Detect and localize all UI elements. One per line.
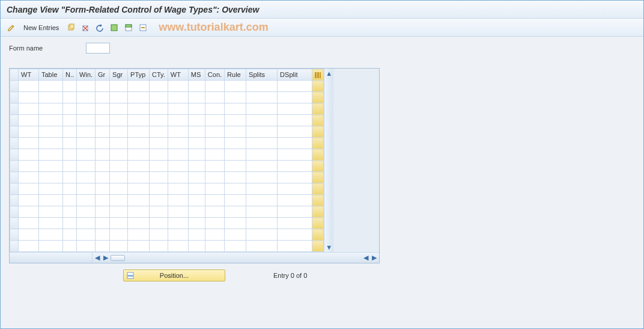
table-row[interactable]	[10, 115, 324, 126]
table-row[interactable]	[10, 103, 324, 115]
col-dsplit[interactable]: DSplit	[278, 69, 312, 81]
cell[interactable]	[110, 183, 128, 195]
cell[interactable]	[205, 149, 224, 161]
row-selector[interactable]	[10, 241, 19, 252]
cell[interactable]	[225, 126, 246, 138]
scroll-down-icon[interactable]: ▼	[326, 244, 333, 251]
cell[interactable]	[246, 183, 278, 195]
cell[interactable]	[168, 103, 188, 115]
cell[interactable]	[63, 172, 77, 183]
cell[interactable]	[110, 103, 128, 115]
cell[interactable]	[168, 161, 188, 172]
cell[interactable]	[19, 138, 39, 149]
cell[interactable]	[205, 92, 224, 103]
scroll-right-icon-2[interactable]: ▶	[371, 254, 378, 262]
cell[interactable]	[150, 195, 168, 206]
cell[interactable]	[278, 103, 312, 115]
cell[interactable]	[278, 206, 312, 218]
cell[interactable]	[96, 241, 110, 252]
cell[interactable]	[19, 229, 39, 241]
cell[interactable]	[19, 218, 39, 229]
cell[interactable]	[188, 161, 205, 172]
cell[interactable]	[278, 92, 312, 103]
table-row[interactable]	[10, 229, 324, 241]
cell[interactable]	[63, 241, 77, 252]
cell[interactable]	[63, 92, 77, 103]
cell[interactable]	[77, 206, 96, 218]
cell[interactable]	[39, 161, 63, 172]
cell[interactable]	[96, 81, 110, 92]
cell[interactable]	[246, 149, 278, 161]
cell[interactable]	[278, 241, 312, 252]
cell[interactable]	[19, 206, 39, 218]
undo-icon[interactable]	[94, 22, 106, 34]
cell[interactable]	[278, 218, 312, 229]
cell[interactable]	[39, 172, 63, 183]
cell[interactable]	[205, 229, 224, 241]
cell[interactable]	[225, 138, 246, 149]
cell[interactable]	[128, 172, 150, 183]
cell[interactable]	[168, 183, 188, 195]
col-win[interactable]: Win.	[77, 69, 96, 81]
cell[interactable]	[63, 195, 77, 206]
row-selector[interactable]	[10, 115, 19, 126]
cell[interactable]	[246, 92, 278, 103]
cell[interactable]	[246, 206, 278, 218]
cell[interactable]	[168, 138, 188, 149]
cell[interactable]	[63, 81, 77, 92]
corner-cell[interactable]	[10, 69, 19, 81]
horizontal-scrollbar-right[interactable]: ◀ ▶	[355, 253, 379, 263]
col-rule[interactable]: Rule	[225, 69, 246, 81]
col-con[interactable]: Con.	[205, 69, 224, 81]
cell[interactable]	[19, 161, 39, 172]
row-selector[interactable]	[10, 229, 19, 241]
cell[interactable]	[150, 218, 168, 229]
cell[interactable]	[150, 149, 168, 161]
cell[interactable]	[278, 172, 312, 183]
cell[interactable]	[63, 126, 77, 138]
horizontal-scrollbar-left[interactable]: ◀ ▶	[93, 253, 355, 263]
cell[interactable]	[246, 115, 278, 126]
vertical-scrollbar[interactable]: ▲ ▼	[324, 69, 333, 252]
cell[interactable]	[19, 172, 39, 183]
cell[interactable]	[128, 218, 150, 229]
cell[interactable]	[110, 81, 128, 92]
cell[interactable]	[19, 81, 39, 92]
cell[interactable]	[19, 115, 39, 126]
table-row[interactable]	[10, 241, 324, 252]
toggle-edit-icon[interactable]	[5, 22, 17, 34]
cell[interactable]	[150, 115, 168, 126]
cell[interactable]	[128, 241, 150, 252]
table-row[interactable]	[10, 218, 324, 229]
cell[interactable]	[188, 126, 205, 138]
cell[interactable]	[188, 183, 205, 195]
cell[interactable]	[63, 149, 77, 161]
cell[interactable]	[63, 206, 77, 218]
col-splits[interactable]: Splits	[246, 69, 278, 81]
cell[interactable]	[278, 126, 312, 138]
cell[interactable]	[39, 206, 63, 218]
cell[interactable]	[188, 138, 205, 149]
cell[interactable]	[188, 195, 205, 206]
table-row[interactable]	[10, 149, 324, 161]
cell[interactable]	[96, 195, 110, 206]
cell[interactable]	[205, 195, 224, 206]
cell[interactable]	[188, 218, 205, 229]
cell[interactable]	[150, 241, 168, 252]
cell[interactable]	[225, 206, 246, 218]
cell[interactable]	[205, 241, 224, 252]
table-row[interactable]	[10, 195, 324, 206]
form-name-input[interactable]	[86, 43, 110, 54]
cell[interactable]	[19, 103, 39, 115]
cell[interactable]	[19, 92, 39, 103]
cell[interactable]	[188, 172, 205, 183]
cell[interactable]	[63, 229, 77, 241]
scroll-right-icon[interactable]: ▶	[102, 254, 109, 262]
cell[interactable]	[246, 229, 278, 241]
cell[interactable]	[77, 92, 96, 103]
cell[interactable]	[128, 115, 150, 126]
cell[interactable]	[278, 183, 312, 195]
cell[interactable]	[168, 126, 188, 138]
cell[interactable]	[110, 115, 128, 126]
cell[interactable]	[96, 183, 110, 195]
